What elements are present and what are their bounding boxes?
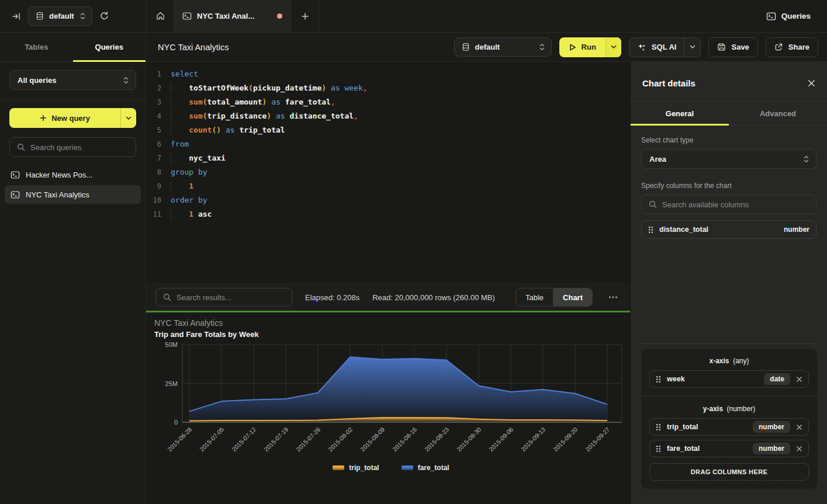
code-line: 2 toStartOfWeek(pickup_datetime) as week…	[146, 81, 630, 95]
axis-column-row[interactable]: week date	[649, 370, 809, 388]
legend-item[interactable]: trip_total	[333, 464, 379, 472]
query-list-item[interactable]: NYC Taxi Analytics	[5, 185, 141, 204]
code-line: 6 from	[146, 137, 630, 151]
sql-ai-button[interactable]: SQL AI	[629, 37, 701, 57]
query-filter-value: All queries	[18, 76, 56, 85]
legend-item[interactable]: fare_total	[402, 464, 449, 472]
read-stat: Read: 20,000,000 rows (260.00 MB)	[372, 293, 495, 302]
tab-tables[interactable]: Tables	[0, 33, 73, 61]
top-bar: default NYC Taxi Anal... Q	[0, 0, 827, 33]
refresh-icon[interactable]	[99, 11, 109, 21]
svg-text:2015-08-30: 2015-08-30	[455, 426, 483, 453]
query-terminal-icon	[11, 190, 20, 199]
indent-guide	[171, 84, 189, 93]
close-icon[interactable]	[808, 79, 815, 87]
line-number: 7	[146, 151, 171, 165]
queries-menu-label: Queries	[781, 12, 811, 20]
new-query-button[interactable]: New query	[9, 108, 136, 128]
chart-view-button[interactable]: Chart	[553, 289, 592, 306]
sql-ai-label: SQL AI	[652, 43, 677, 51]
legend-label: trip_total	[349, 464, 379, 472]
drag-handle-icon[interactable]	[656, 376, 661, 383]
columns-search-box	[641, 194, 816, 214]
remove-column-icon[interactable]	[796, 424, 802, 430]
svg-text:2015-09-20: 2015-09-20	[552, 426, 579, 453]
tab-advanced[interactable]: Advanced	[729, 102, 827, 125]
query-filter-select[interactable]: All queries	[9, 70, 136, 90]
new-tab-button[interactable]	[291, 0, 319, 32]
more-options-button[interactable]	[605, 290, 621, 305]
run-button[interactable]: Run	[559, 37, 621, 57]
share-icon	[774, 43, 783, 51]
column-type-badge: number	[753, 443, 790, 454]
run-dropdown[interactable]	[605, 37, 621, 57]
axis-column-row[interactable]: trip_total number	[649, 418, 809, 436]
drop-zone[interactable]: DRAG COLUMNS HERE	[649, 463, 809, 481]
drag-handle-icon[interactable]	[648, 226, 653, 234]
code-line: 8 group by	[146, 165, 630, 179]
run-database-selector[interactable]: default	[454, 37, 552, 57]
run-label: Run	[582, 43, 596, 51]
top-bar-left: default	[0, 0, 146, 32]
remove-column-icon[interactable]	[796, 446, 802, 452]
home-tab[interactable]	[147, 0, 174, 32]
tab-general[interactable]: General	[631, 102, 729, 125]
svg-text:25M: 25M	[165, 380, 178, 387]
column-type: number	[784, 225, 809, 234]
share-button[interactable]: Share	[766, 37, 818, 57]
columns-search-input[interactable]	[662, 200, 809, 209]
results-search-input[interactable]	[177, 293, 285, 302]
svg-text:2015-07-05: 2015-07-05	[198, 426, 226, 453]
chart-type-select[interactable]: Area	[641, 149, 816, 169]
panel-tabs: General Advanced	[631, 101, 827, 126]
query-search-input[interactable]	[30, 143, 129, 152]
new-query-dropdown[interactable]	[120, 108, 136, 128]
svg-text:50M: 50M	[165, 341, 178, 348]
code-line: 1 select	[146, 67, 630, 81]
sql-editor[interactable]: 1 select 2 toStartOfWeek(pickup_datetime…	[146, 62, 630, 283]
query-item-label: Hacker News Pos...	[26, 171, 92, 179]
remove-column-icon[interactable]	[796, 376, 802, 383]
save-icon	[717, 43, 726, 51]
line-number: 1	[146, 67, 171, 81]
queries-menu-button[interactable]: Queries	[766, 0, 827, 32]
legend-label: fare_total	[418, 464, 449, 472]
query-list-item[interactable]: Hacker News Pos...	[5, 165, 141, 184]
database-icon	[462, 43, 470, 51]
drag-handle-icon[interactable]	[656, 445, 661, 453]
play-icon	[569, 43, 576, 51]
sidebar-collapse-icon[interactable]	[12, 12, 21, 21]
legend-swatch	[333, 465, 344, 470]
column-type-badge: number	[753, 421, 790, 433]
drag-handle-icon[interactable]	[656, 423, 661, 431]
line-number: 4	[146, 109, 171, 123]
indent-guide	[171, 154, 189, 164]
tab-queries[interactable]: Queries	[73, 33, 146, 61]
plus-icon	[40, 114, 47, 121]
svg-text:2015-07-19: 2015-07-19	[262, 426, 290, 453]
sql-ai-dropdown[interactable]	[684, 38, 700, 57]
indent-guide	[171, 182, 189, 192]
save-button[interactable]: Save	[708, 37, 757, 57]
axis-column-row[interactable]: fare_total number	[649, 440, 809, 457]
available-column-row[interactable]: distance_total number	[641, 220, 816, 239]
chevron-updown-icon	[79, 12, 86, 20]
query-search-box	[9, 137, 136, 157]
line-number: 5	[146, 123, 171, 137]
database-selector[interactable]: default	[28, 6, 92, 26]
query-terminal-icon	[182, 12, 192, 20]
code-line: 11 1 asc	[146, 207, 630, 221]
column-name: fare_total	[667, 444, 747, 453]
results-toolbar: Elapsed: 0.208s Read: 20,000,000 rows (2…	[146, 283, 630, 311]
queries-terminal-icon	[766, 12, 776, 21]
line-number: 8	[146, 165, 171, 179]
line-number: 2	[146, 81, 171, 95]
x-axis-section: x-axis (any) week date	[641, 349, 817, 388]
share-label: Share	[788, 43, 809, 51]
search-icon	[163, 293, 171, 301]
table-view-button[interactable]: Table	[516, 289, 553, 306]
svg-text:2015-07-12: 2015-07-12	[230, 426, 258, 453]
tab-nyc-taxi-analytics[interactable]: NYC Taxi Anal...	[174, 0, 291, 32]
chart-legend: trip_total fare_total	[154, 464, 628, 472]
database-icon	[36, 12, 44, 20]
